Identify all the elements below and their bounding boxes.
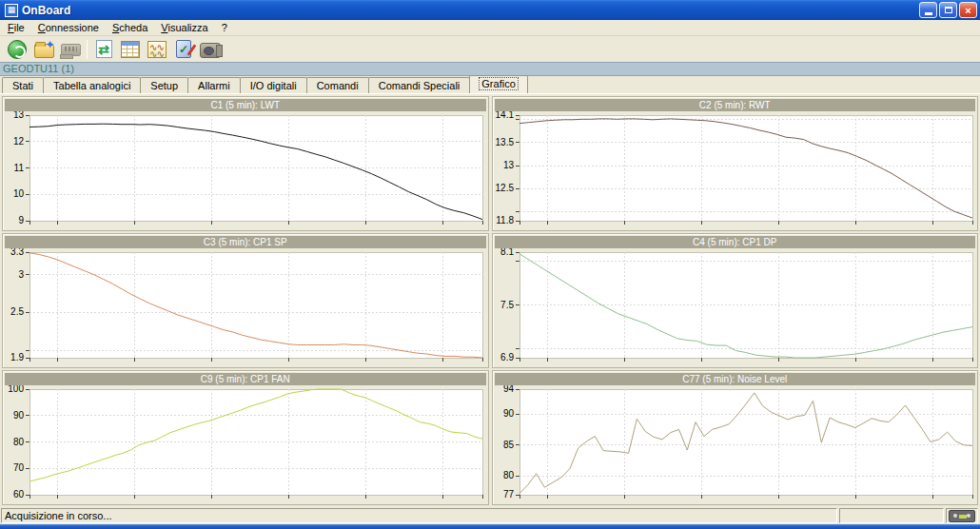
- log-button[interactable]: [170, 37, 197, 61]
- geo-logo: [949, 510, 975, 522]
- device-icon: [61, 44, 81, 56]
- status-bar: Acquisizione in corso...: [0, 507, 980, 524]
- svg-text:12: 12: [13, 136, 25, 147]
- svg-text:80: 80: [13, 437, 25, 447]
- chart-panel-c2: C2 (5 min): RWT 14.113.51312.511.8: [492, 96, 979, 231]
- minimize-button[interactable]: [919, 2, 937, 18]
- menu-file[interactable]: File: [1, 21, 31, 34]
- window-bottom-border: [0, 524, 980, 529]
- svg-text:3: 3: [18, 269, 24, 280]
- svg-text:9: 9: [18, 215, 24, 225]
- restore-button[interactable]: [939, 2, 957, 18]
- svg-text:13: 13: [502, 160, 514, 170]
- close-button[interactable]: ×: [959, 2, 977, 18]
- chart-title: C9 (5 min): CP1 FAN: [5, 373, 486, 385]
- chart-plot-c77: 9490858077: [493, 385, 978, 504]
- chart-plot-c4: 8.17.56.9: [493, 248, 978, 367]
- svg-text:77: 77: [502, 489, 514, 500]
- device-button[interactable]: [57, 37, 84, 61]
- svg-text:12.5: 12.5: [495, 183, 514, 193]
- star-icon: ✦: [45, 39, 54, 50]
- svg-text:6.9: 6.9: [500, 352, 514, 362]
- chart-plot-c2: 14.113.51312.511.8: [493, 111, 978, 230]
- tab-grafico[interactable]: Grafico: [469, 75, 527, 93]
- chart-title: C4 (5 min): CP1 DP: [495, 236, 976, 248]
- svg-text:100: 100: [8, 385, 24, 394]
- chart-panel-c4: C4 (5 min): CP1 DP 8.17.56.9: [492, 233, 979, 368]
- chart-plot-c1: 131211109: [3, 111, 488, 230]
- svg-text:7.5: 7.5: [500, 300, 514, 310]
- svg-text:11.8: 11.8: [496, 215, 514, 225]
- chart-plot-c9: 10090807060: [3, 385, 488, 504]
- table-icon: [121, 41, 140, 58]
- toolbar-separator: [87, 40, 88, 59]
- svg-text:10: 10: [13, 188, 25, 199]
- chart-title: C1 (5 min): LWT: [5, 99, 486, 111]
- window-title: OnBoard: [22, 4, 917, 17]
- open-folder-icon: ✦: [34, 44, 54, 58]
- menu-scheda[interactable]: Scheda: [106, 21, 154, 34]
- document-header: GEODTU11 (1): [0, 62, 980, 76]
- toolbar: ✦ ⇄: [0, 36, 980, 62]
- log-check-icon: [176, 40, 191, 58]
- status-text: Acquisizione in corso...: [1, 508, 837, 523]
- tab-tabella-analogici[interactable]: Tabella analogici: [43, 77, 141, 93]
- table-button[interactable]: [117, 37, 144, 61]
- chart-icon: [147, 41, 167, 58]
- tab-stati[interactable]: Stati: [2, 77, 44, 93]
- svg-text:14.1: 14.1: [495, 111, 514, 120]
- connect-icon: [8, 40, 27, 59]
- app-icon: ▦: [5, 4, 18, 17]
- app-window: ▦ OnBoard × File Connessione Scheda Visu…: [0, 0, 980, 529]
- svg-text:85: 85: [502, 440, 514, 450]
- svg-text:13: 13: [13, 111, 25, 120]
- minimize-icon: [925, 12, 932, 15]
- svg-text:80: 80: [502, 470, 514, 480]
- svg-text:3.3: 3.3: [10, 248, 24, 257]
- connect-button[interactable]: [4, 37, 30, 61]
- svg-text:70: 70: [13, 462, 25, 473]
- tab-comandi[interactable]: Comandi: [306, 77, 369, 93]
- chart-title: C3 (5 min): CP1 SP: [5, 236, 486, 248]
- chart-title: C2 (5 min): RWT: [495, 99, 976, 111]
- svg-text:8.1: 8.1: [500, 248, 514, 257]
- tab-setup[interactable]: Setup: [140, 77, 188, 93]
- menu-visualizza[interactable]: Visualizza: [154, 21, 214, 34]
- chart-title: C77 (5 min): Noise Level: [495, 373, 976, 385]
- svg-text:94: 94: [502, 385, 514, 394]
- title-bar: ▦ OnBoard ×: [0, 0, 980, 20]
- svg-text:11: 11: [14, 163, 25, 173]
- chart-panel-c3: C3 (5 min): CP1 SP 3.332.51.9: [2, 233, 489, 368]
- menu-connessione[interactable]: Connessione: [31, 21, 106, 34]
- status-secondary-cell: [839, 508, 944, 523]
- tab-comandi-speciali[interactable]: Comandi Speciali: [368, 77, 471, 93]
- svg-text:1.9: 1.9: [10, 352, 24, 362]
- svg-text:90: 90: [502, 408, 514, 419]
- tab-bar: Stati Tabella analogici Setup Allarmi I/…: [0, 76, 980, 94]
- printer-icon: [200, 43, 221, 58]
- tab-io-digitali[interactable]: I/O digitali: [240, 77, 307, 93]
- refresh-button[interactable]: ⇄: [90, 37, 117, 61]
- chart-panel-c77: C77 (5 min): Noise Level 9490858077: [492, 370, 979, 505]
- svg-text:13.5: 13.5: [495, 137, 514, 147]
- svg-text:90: 90: [13, 410, 25, 421]
- svg-text:60: 60: [13, 489, 25, 500]
- chart-panel-c9: C9 (5 min): CP1 FAN 10090807060: [2, 370, 489, 505]
- refresh-icon: ⇄: [96, 40, 112, 58]
- chart-panel-c1: C1 (5 min): LWT 131211109: [2, 96, 489, 231]
- chart-plot-c3: 3.332.51.9: [3, 248, 488, 367]
- open-button[interactable]: ✦: [30, 37, 57, 61]
- menu-help[interactable]: ?: [215, 21, 234, 34]
- menu-bar: File Connessione Scheda Visualizza ?: [0, 20, 980, 36]
- chart-button[interactable]: [144, 37, 170, 61]
- print-button[interactable]: [197, 37, 224, 61]
- restore-icon: [945, 7, 952, 13]
- tab-allarmi[interactable]: Allarmi: [187, 77, 241, 93]
- status-logo-cell: [946, 508, 978, 523]
- svg-text:2.5: 2.5: [10, 306, 24, 317]
- charts-grid: C1 (5 min): LWT 131211109 C2 (5 min): RW…: [0, 94, 980, 507]
